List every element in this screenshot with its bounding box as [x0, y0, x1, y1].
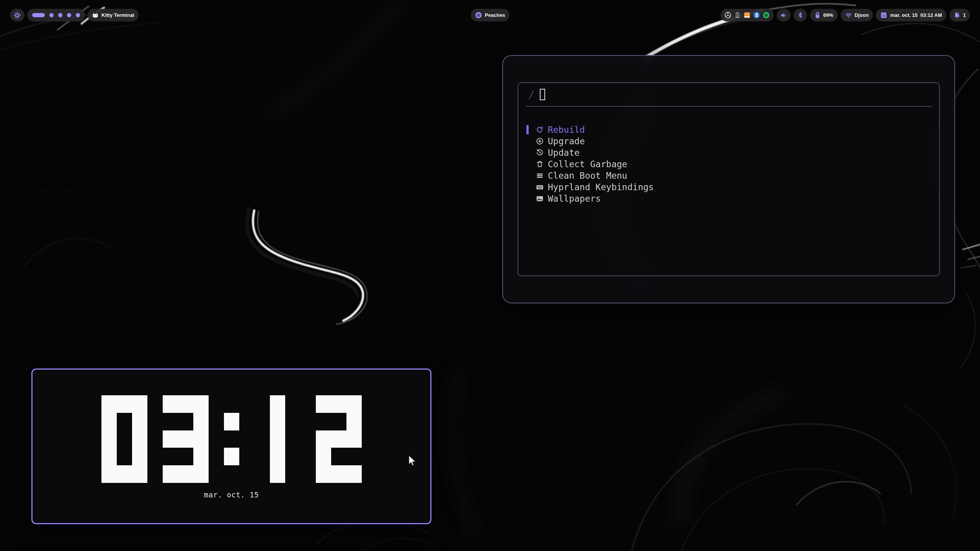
launcher-window: / Rebuild Upgrade — [502, 55, 955, 303]
datetime-pill[interactable]: mar. oct. 15 03:12 AM — [876, 9, 946, 21]
snowflake-icon — [13, 11, 21, 19]
disc-icon[interactable] — [724, 11, 732, 19]
image-icon — [536, 194, 544, 203]
menu-item-label: Update — [548, 148, 580, 158]
menu-item[interactable]: Wallpapers — [518, 193, 939, 204]
speaker-icon — [780, 12, 787, 19]
media-title: Peaches — [485, 12, 505, 18]
selection-bar — [526, 125, 529, 134]
keyboard-icon — [536, 183, 544, 191]
colon-glyph — [224, 395, 239, 483]
menu-item[interactable]: Clean Boot Menu — [518, 170, 939, 181]
upgrade-icon — [536, 137, 544, 145]
battery-pill[interactable]: 69% — [810, 9, 838, 21]
digit-glyph — [316, 395, 362, 483]
bluetooth-pill[interactable] — [794, 9, 807, 21]
bluetooth-icon[interactable] — [753, 11, 760, 19]
clock-digits — [33, 395, 430, 483]
media-pill[interactable]: Peaches — [471, 9, 510, 21]
active-window-title: Kitty Terminal — [101, 12, 134, 18]
digit-glyph — [255, 395, 301, 483]
menu-list: Rebuild Upgrade Update — [518, 124, 939, 204]
top-bar: Kitty Terminal Peaches — [0, 0, 980, 31]
datetime-text: mar. oct. 15 03:12 AM — [890, 12, 942, 18]
prompt-label: / — [528, 88, 535, 101]
menu-item-label: Upgrade — [548, 136, 585, 146]
top-bar-left: Kitty Terminal — [10, 9, 139, 21]
notifications-pill[interactable]: 1 — [949, 9, 970, 21]
system-tray — [720, 9, 774, 21]
mouse-cursor — [407, 455, 417, 468]
workspace-dot[interactable] — [76, 13, 80, 17]
clock-widget: mar. oct. 15 — [31, 368, 431, 524]
workspace-active[interactable] — [32, 13, 45, 17]
top-bar-right: 69% Djoon mar. oct. 15 — [720, 9, 970, 21]
active-window-pill[interactable]: Kitty Terminal — [88, 9, 139, 21]
volume-pill[interactable] — [777, 9, 791, 21]
menu-list-icon — [536, 171, 544, 180]
digit-glyph — [101, 395, 147, 483]
phone-icon[interactable] — [734, 11, 741, 19]
clock-date: mar. oct. 15 — [33, 491, 430, 499]
digit-glyph — [163, 395, 209, 483]
menu-item-label: Clean Boot Menu — [548, 171, 627, 181]
menu-item[interactable]: Hyprland Keybindings — [518, 181, 939, 193]
menu-item[interactable]: Collect Garbage — [518, 158, 939, 170]
menu-item-label: Rebuild — [548, 125, 585, 135]
workspace-dot[interactable] — [49, 13, 54, 17]
spotify-icon — [475, 11, 482, 19]
calendar-icon — [880, 11, 887, 19]
menu-item-label: Wallpapers — [548, 194, 601, 204]
menu-item-label: Collect Garbage — [548, 159, 627, 169]
text-cursor — [540, 89, 545, 100]
trash-icon — [536, 160, 544, 168]
menu-item[interactable]: Upgrade — [518, 135, 939, 147]
menu-item[interactable]: Update — [518, 147, 939, 158]
rebuild-icon — [536, 126, 544, 134]
battery-percent: 69% — [823, 12, 833, 18]
update-icon — [536, 148, 544, 157]
notification-count: 1 — [963, 12, 966, 18]
workspaces — [27, 9, 85, 21]
bell-icon — [954, 12, 960, 19]
menu-item[interactable]: Rebuild — [518, 124, 939, 135]
search-input[interactable]: / — [526, 83, 932, 107]
workspace-dot[interactable] — [67, 13, 71, 17]
notebook-icon[interactable] — [743, 11, 751, 19]
launcher-button[interactable] — [10, 9, 24, 21]
cat-icon — [92, 12, 99, 19]
network-name: Djoon — [855, 12, 869, 18]
bluetooth-icon — [797, 12, 804, 18]
launcher-panel: / Rebuild Upgrade — [518, 82, 940, 276]
menu-item-label: Hyprland Keybindings — [548, 182, 654, 192]
wifi-icon — [845, 12, 852, 18]
spotify-icon[interactable] — [763, 11, 770, 19]
workspace-dot[interactable] — [58, 13, 62, 17]
battery-icon — [814, 11, 821, 19]
network-pill[interactable]: Djoon — [841, 9, 873, 21]
